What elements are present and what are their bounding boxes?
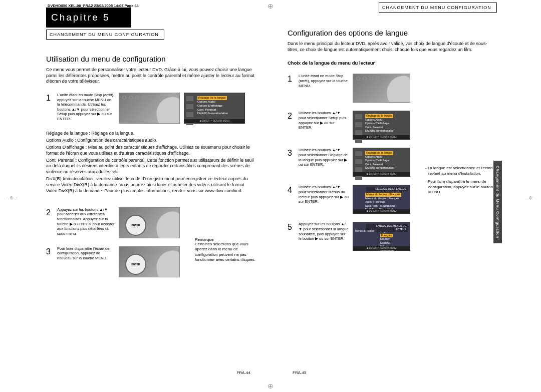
- menu-screenshot-1: Réglage de la langue Options Audio Optio…: [184, 93, 245, 124]
- menu-screenshot-r3: Réglage de la langue Options Audio Optio…: [353, 148, 410, 177]
- step-text: Utilisez les boutons ▲/▼ pour sélectionn…: [299, 111, 349, 130]
- right-step-5: 5 Appuyez sur les boutons ▲/▼ pour sélec…: [288, 222, 410, 251]
- step-text: L'unité étant en mode Stop (arrêt), appu…: [57, 93, 115, 124]
- section-subhead-left: CHANGEMENT DU MENU CONFIGURATION: [46, 30, 164, 40]
- step-text: L'unité étant en mode Stop (arrêt), appu…: [299, 74, 349, 88]
- note-item: - La langue est sélectionnée et l'écran …: [425, 166, 497, 176]
- side-notes: - La langue est sélectionnée et l'écran …: [425, 166, 497, 195]
- right-step-3: 3 Utilisez les boutons ▲/▼ pour sélectio…: [288, 148, 410, 177]
- step-text: Pour faire disparaître l'écran de config…: [57, 246, 115, 261]
- page-title-left: Utilisation du menu de configuration: [46, 55, 255, 63]
- step-number: 1: [288, 74, 295, 84]
- list-item: Options Audio : Configuration des caract…: [46, 138, 255, 144]
- list-item: Réglage de la langue : Réglage de la lan…: [46, 131, 255, 137]
- list-item: Cont. Parental : Configuration du contrô…: [46, 158, 255, 176]
- section-label: Choix de la langue du menu du lecteur: [288, 60, 497, 66]
- menu-screenshot-r4: RÉGLAGE DE LA LANGUE Menus du lecteur : …: [353, 185, 410, 214]
- section-subhead-right: CHANGEMENT DU MENU CONFIGURATION: [379, 3, 497, 13]
- remote-illustration-2: ENTER: [119, 207, 180, 238]
- crop-mark-right: —⊕—: [525, 195, 535, 200]
- remark-text: Certaines sélections que vous opérez dan…: [195, 242, 255, 263]
- step-number: 5: [288, 222, 295, 232]
- page-number-right: FRA-45: [293, 370, 307, 375]
- side-tab: Changement du Menu Configuration: [493, 161, 502, 243]
- step-number: 2: [46, 207, 53, 217]
- page-title-right: Configuration des options de langue: [288, 29, 497, 37]
- step-text: Appuyez sur les boutons ▲/▼ pour sélecti…: [299, 222, 349, 241]
- remark-label: Remarque: [195, 237, 255, 242]
- step-text: Utilisez les boutons ▲/▼ pour sélectionn…: [299, 185, 349, 204]
- step-number: 2: [288, 111, 295, 121]
- left-step-1: 1 L'unité étant en mode Stop (arrêt), ap…: [46, 93, 255, 124]
- right-step-4: 4 Utilisez les boutons ▲/▼ pour sélectio…: [288, 185, 410, 214]
- step-text: Appuyez sur les boutons ▲/▼ pour accéder…: [57, 207, 115, 236]
- right-step-1: 1 L'unité étant en mode Stop (arrêt), ap…: [288, 74, 410, 103]
- step-number: 1: [46, 93, 53, 103]
- left-step-2: 2 Appuyez sur les boutons ▲/▼ pour accéd…: [46, 207, 180, 238]
- step-number: 4: [288, 185, 295, 195]
- left-step-3: 3 Pour faire disparaître l'écran de conf…: [46, 246, 180, 277]
- right-step-2: 2 Utilisez les boutons ▲/▼ pour sélectio…: [288, 111, 410, 140]
- crop-mark-left: —⊕—: [6, 195, 16, 200]
- remote-illustration-1: [119, 93, 180, 124]
- remote-illustration-r1: [353, 74, 410, 103]
- step-number: 3: [46, 246, 53, 256]
- step-text: Utilisez les boutons ▲/▼ pour sélectionn…: [299, 148, 349, 167]
- lead-paragraph-left: Ce menu vous permet de personnaliser vot…: [46, 67, 255, 85]
- step-number: 3: [288, 148, 295, 158]
- crop-mark-bottom: [267, 382, 274, 390]
- page-left: Chapitre 5 CHANGEMENT DU MENU CONFIGURAT…: [46, 3, 255, 368]
- list-item: DivX(R) Immatriculation : veuillez utili…: [46, 176, 255, 194]
- lead-paragraph-right: Dans le menu principal du lecteur DVD, a…: [288, 41, 497, 53]
- menu-screenshot-r5: LANGUE DES MENUS DU LECTEUR Menus du lec…: [353, 222, 410, 251]
- remote-illustration-3: ENTER: [119, 246, 180, 277]
- feature-list: Réglage de la langue : Réglage de la lan…: [46, 131, 255, 194]
- page-number-left: FRA-44: [236, 370, 250, 375]
- page-right: CHANGEMENT DU MENU CONFIGURATION Configu…: [288, 3, 497, 368]
- chapter-title: Chapitre 5: [46, 8, 131, 28]
- list-item: Options D'affichage : Mise au point des …: [46, 145, 255, 157]
- note-item: - Pour faire disparaître le menu de conf…: [425, 179, 497, 195]
- menu-screenshot-r2: Réglage de la langue Options Audio Optio…: [353, 111, 410, 140]
